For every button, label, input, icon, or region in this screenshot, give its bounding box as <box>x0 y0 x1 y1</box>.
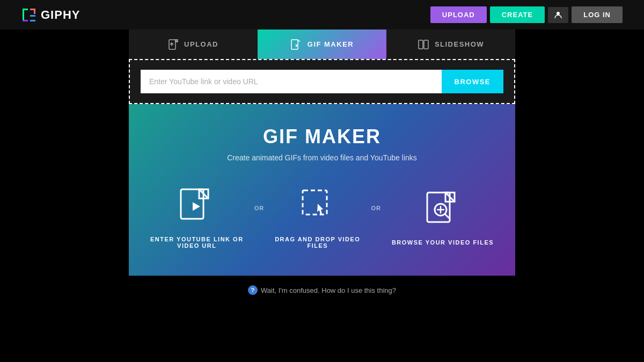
main-content: UPLOAD GIF MAKER SLIDESHOW BROWSE GIF MA… <box>129 29 515 276</box>
option-youtube[interactable]: ENTER YOUTUBE LINK ORVIDEO URL <box>150 183 244 249</box>
tab-gif-maker[interactable]: GIF MAKER <box>258 29 386 59</box>
browse-files-icon <box>421 187 464 230</box>
options-row: ENTER YOUTUBE LINK ORVIDEO URL OR DRAG A… <box>150 183 494 249</box>
url-input[interactable] <box>141 70 442 93</box>
svg-rect-8 <box>169 40 175 49</box>
tab-upload[interactable]: UPLOAD <box>129 29 258 59</box>
svg-rect-6 <box>30 15 35 17</box>
create-button[interactable]: CREATE <box>490 6 545 23</box>
svg-rect-13 <box>181 189 203 219</box>
youtube-option-label: ENTER YOUTUBE LINK ORVIDEO URL <box>150 236 244 249</box>
tab-gif-maker-label: GIF MAKER <box>308 40 354 48</box>
gif-maker-tab-icon <box>290 39 302 50</box>
slideshow-tab-icon <box>418 39 429 50</box>
tab-slideshow[interactable]: SLIDESHOW <box>386 29 515 59</box>
tab-slideshow-label: SLIDESHOW <box>435 40 484 48</box>
user-icon-button[interactable] <box>548 7 568 23</box>
upload-input-area: BROWSE <box>129 59 515 104</box>
upload-tab-icon <box>168 39 179 50</box>
footer-hint[interactable]: ? Wait, I'm confused. How do I use this … <box>248 285 396 295</box>
drag-drop-icon <box>296 183 339 226</box>
gif-maker-title: GIF MAKER <box>263 125 381 148</box>
login-button[interactable]: LOG IN <box>572 6 623 23</box>
tab-bar: UPLOAD GIF MAKER SLIDESHOW <box>129 29 515 59</box>
tab-upload-label: UPLOAD <box>184 40 218 48</box>
logo-text: GIPHY <box>41 8 80 22</box>
drag-drop-option-label: DRAG AND DROP VIDEOFILES <box>275 236 360 249</box>
svg-rect-4 <box>34 9 35 14</box>
svg-rect-10 <box>291 40 298 49</box>
logo: GIPHY <box>21 8 80 23</box>
browse-button[interactable]: BROWSE <box>442 70 504 93</box>
svg-rect-15 <box>303 190 327 215</box>
gif-maker-subtitle: Create animated GIFs from video files an… <box>227 153 417 162</box>
or-text-1: OR <box>254 205 265 211</box>
hint-text: Wait, I'm confused. How do I use this th… <box>261 286 396 294</box>
browse-option-label: BROWSE YOUR VIDEO FILES <box>392 239 494 246</box>
svg-rect-5 <box>30 20 35 21</box>
header: GIPHY UPLOAD CREATE LOG IN <box>0 0 644 29</box>
or-text-2: OR <box>371 205 381 211</box>
option-drag-drop[interactable]: DRAG AND DROP VIDEOFILES <box>275 183 360 249</box>
svg-rect-12 <box>424 40 428 49</box>
header-actions: UPLOAD CREATE LOG IN <box>430 6 623 23</box>
option-browse[interactable]: BROWSE YOUR VIDEO FILES <box>392 187 494 246</box>
giphy-logo-icon <box>21 8 36 23</box>
svg-rect-11 <box>419 40 423 49</box>
upload-button[interactable]: UPLOAD <box>430 6 487 23</box>
svg-point-7 <box>557 12 560 15</box>
gif-maker-section: GIF MAKER Create animated GIFs from vide… <box>129 104 515 276</box>
youtube-link-icon <box>175 183 218 226</box>
svg-rect-2 <box>23 20 28 21</box>
svg-rect-1 <box>23 9 24 21</box>
help-icon: ? <box>248 285 258 295</box>
